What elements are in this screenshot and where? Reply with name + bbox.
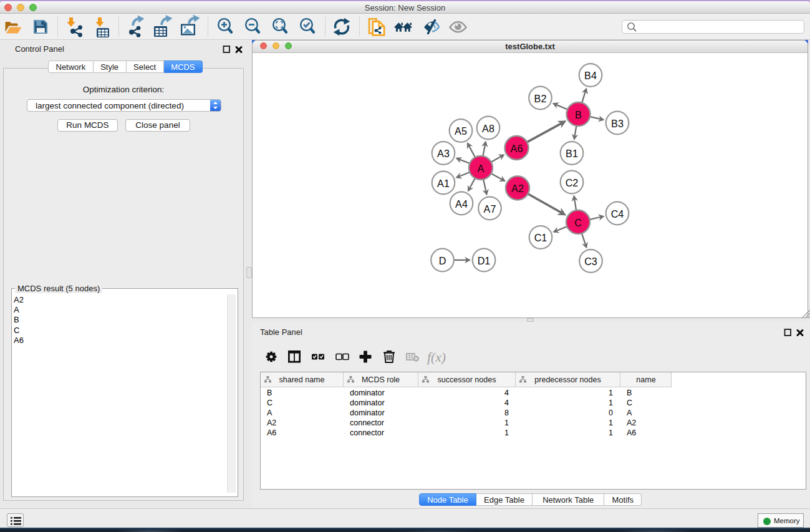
svg-text:f(x): f(x) bbox=[427, 350, 446, 365]
svg-text:B: B bbox=[575, 109, 582, 120]
svg-text:B3: B3 bbox=[611, 118, 624, 129]
svg-text:C4: C4 bbox=[611, 208, 624, 220]
svg-text:A5: A5 bbox=[455, 125, 467, 137]
svg-text:B4: B4 bbox=[584, 70, 597, 81]
svg-text:B1: B1 bbox=[566, 148, 578, 159]
svg-text:A1: A1 bbox=[437, 178, 450, 189]
svg-text:B2: B2 bbox=[534, 93, 547, 104]
svg-text:C2: C2 bbox=[566, 177, 579, 188]
svg-text:A6: A6 bbox=[511, 143, 523, 154]
svg-text:D: D bbox=[439, 255, 446, 266]
svg-text:D1: D1 bbox=[478, 255, 491, 266]
svg-text:A3: A3 bbox=[437, 148, 450, 159]
svg-text:A7: A7 bbox=[484, 203, 496, 215]
svg-text:A8: A8 bbox=[482, 123, 494, 134]
svg-text:A4: A4 bbox=[455, 198, 468, 210]
svg-text:C: C bbox=[574, 217, 582, 228]
svg-text:C3: C3 bbox=[584, 256, 597, 267]
svg-text:A2: A2 bbox=[511, 183, 524, 194]
svg-text:C1: C1 bbox=[534, 232, 547, 243]
svg-text:A: A bbox=[478, 163, 485, 174]
